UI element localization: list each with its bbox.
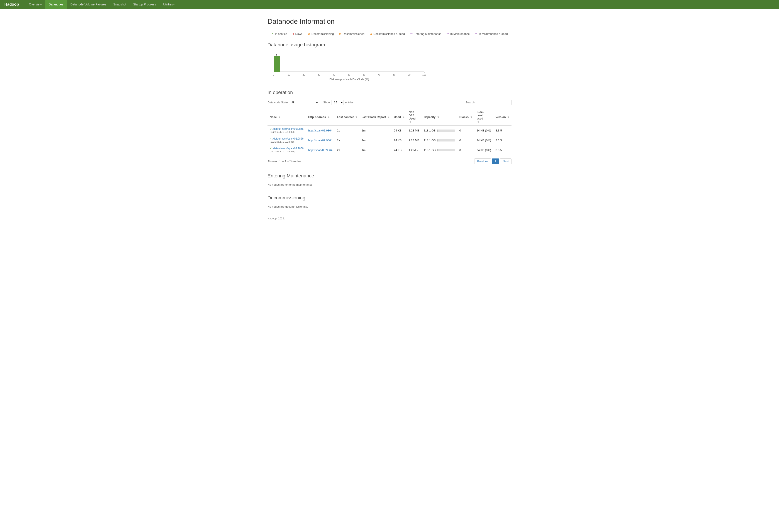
col-non-dfs-used[interactable]: Non DFS Used ⇅ xyxy=(407,109,422,125)
down-icon: ● xyxy=(292,32,294,36)
col-last-contact[interactable]: Last contact ⇅ xyxy=(335,109,359,125)
node-ip-1: (192.168.171.102:9866) xyxy=(270,140,295,143)
last-block-report-cell-2: 1m xyxy=(359,145,392,155)
col-node[interactable]: Node ⇅ xyxy=(267,109,306,125)
block-pool-used-cell-1: 24 KB (0%) xyxy=(474,135,493,145)
decommissioned-dead-icon: ⊘ xyxy=(370,32,372,36)
http-address-link-2[interactable]: http://spark03:9864 xyxy=(308,148,333,152)
node-name-2: /default-rack/spark03:9866 xyxy=(273,147,303,150)
used-sort-icon: ⇅ xyxy=(403,116,404,118)
non-dfs-used-cell-0: 1.23 MB xyxy=(407,125,422,135)
in-service-label: In service xyxy=(275,32,287,36)
search-input[interactable] xyxy=(477,100,512,105)
table-row: ✔ /default-rack/spark02:9866 (192.168.17… xyxy=(267,135,512,145)
used-cell-0: 24 KB xyxy=(392,125,407,135)
status-in-maintenance-dead: ✂ In Maintenance & dead xyxy=(475,32,508,36)
blocks-sort-icon: ⇅ xyxy=(470,116,472,118)
down-label: Down xyxy=(295,32,302,36)
block-pool-used-cell-0: 24 KB (0%) xyxy=(474,125,493,135)
non-dfs-used-cell-2: 1.2 MB xyxy=(407,145,422,155)
node-ip-0: (192.168.171.101:9866) xyxy=(270,131,295,133)
in-maintenance-label: In Maintenance xyxy=(450,32,470,36)
status-in-service: ✔ In service xyxy=(271,32,287,36)
col-used[interactable]: Used ⇅ xyxy=(392,109,407,125)
capacity-cell-2: 118.1 GB xyxy=(422,145,457,155)
version-cell-0: 3.3.5 xyxy=(493,125,512,135)
capacity-bar-container-1 xyxy=(437,139,455,141)
http-address-cell-1: http://spark02:9864 xyxy=(306,135,335,145)
next-button[interactable]: Next xyxy=(500,158,512,164)
previous-button[interactable]: Previous xyxy=(474,158,491,164)
col-block-pool-used[interactable]: Block pool used ⇅ xyxy=(474,109,493,125)
node-status-icon-2: ✔ xyxy=(270,147,272,150)
block-pool-used-cell-2: 24 KB (0%) xyxy=(474,145,493,155)
in-maintenance-dead-label: In Maintenance & dead xyxy=(479,32,508,36)
in-service-icon: ✔ xyxy=(271,32,274,36)
search-label: Search: xyxy=(466,101,475,104)
decommissioned-dead-label: Decommissioned & dead xyxy=(373,32,405,36)
capacity-bar-fill-2 xyxy=(437,149,438,151)
node-name-1: /default-rack/spark02:9866 xyxy=(273,137,303,140)
blocks-cell-0: 0 xyxy=(457,125,474,135)
version-sort-icon: ⇅ xyxy=(507,116,509,118)
svg-text:0: 0 xyxy=(273,73,274,76)
col-capacity[interactable]: Capacity ⇅ xyxy=(422,109,457,125)
col-version[interactable]: Version ⇅ xyxy=(493,109,512,125)
status-decommissioned-dead: ⊘ Decommissioned & dead xyxy=(370,32,405,36)
page-title: Datanode Information xyxy=(267,17,512,25)
nav-datanode-volume-failures[interactable]: Datanode Volume Failures xyxy=(67,0,110,9)
decommissioning-title: Decommissioning xyxy=(267,195,512,201)
non-dfs-used-cell-1: 2.23 MB xyxy=(407,135,422,145)
in-operation-title: In operation xyxy=(267,90,512,95)
showing-text: Showing 1 to 3 of 3 entries xyxy=(267,160,301,163)
http-address-link-1[interactable]: http://spark02:9864 xyxy=(308,139,333,142)
non-dfs-used-header: Non xyxy=(409,110,419,114)
entering-maintenance-text: No nodes are entering maintenance. xyxy=(267,183,512,186)
nav-overview[interactable]: Overview xyxy=(25,0,45,9)
capacity-bar-fill-0 xyxy=(437,130,438,132)
entering-maintenance-icon: ✂ xyxy=(410,32,413,36)
navbar: Hadoop Overview Datanodes Datanode Volum… xyxy=(0,0,779,9)
show-entries-select[interactable]: 10 25 50 100 xyxy=(332,100,344,105)
nav-datanodes[interactable]: Datanodes xyxy=(45,0,67,9)
search-group: Search: xyxy=(466,100,512,105)
node-cell-1: ✔ /default-rack/spark02:9866 (192.168.17… xyxy=(267,135,306,145)
table-row: ✔ /default-rack/spark01:9866 (192.168.17… xyxy=(267,125,512,135)
navbar-brand: Hadoop xyxy=(4,2,19,7)
capacity-bar-fill-1 xyxy=(437,139,438,141)
last-block-report-cell-0: 1m xyxy=(359,125,392,135)
nav-startup-progress[interactable]: Startup Progress xyxy=(130,0,160,9)
datanode-table: Node ⇅ Http Address ⇅ Last contact ⇅ Las… xyxy=(267,109,512,155)
datanode-state-select[interactable]: All In service Decommissioning Decommiss… xyxy=(289,100,319,105)
show-entries-control: Show 10 25 50 100 entries xyxy=(323,100,354,105)
entries-label: entries xyxy=(345,101,354,104)
status-in-maintenance: ✂ In Maintenance xyxy=(446,32,470,36)
in-maintenance-dead-icon: ✂ xyxy=(475,32,478,36)
table-header-row: Node ⇅ Http Address ⇅ Last contact ⇅ Las… xyxy=(267,109,512,125)
nav-snapshot[interactable]: Snapshot xyxy=(110,0,130,9)
nav-utilities[interactable]: Utilities xyxy=(160,0,178,9)
used-cell-1: 24 KB xyxy=(392,135,407,145)
col-http-address[interactable]: Http Address ⇅ xyxy=(306,109,335,125)
histogram-title: Datanode usage histogram xyxy=(267,42,512,48)
col-last-block-report[interactable]: Last Block Report ⇅ xyxy=(359,109,392,125)
blocks-cell-2: 0 xyxy=(457,145,474,155)
node-cell-2: ✔ /default-rack/spark03:9866 (192.168.17… xyxy=(267,145,306,155)
col-blocks[interactable]: Blocks ⇅ xyxy=(457,109,474,125)
node-cell-0: ✔ /default-rack/spark01:9866 (192.168.17… xyxy=(267,125,306,135)
http-address-link-0[interactable]: http://spark01:9864 xyxy=(308,129,333,132)
svg-text:50: 50 xyxy=(348,73,350,76)
entering-maintenance-label: Entering Maintenance xyxy=(414,32,441,36)
entering-maintenance-title: Entering Maintenance xyxy=(267,173,512,179)
node-sort-icon: ⇅ xyxy=(279,116,280,118)
status-legend: ✔ In service ● Down ⊘ Decommissioning ⊘ … xyxy=(267,32,512,36)
capacity-bar-container-0 xyxy=(437,130,455,132)
entering-maintenance-section: Entering Maintenance No nodes are enteri… xyxy=(267,173,512,186)
non-dfs-used-sort-icon: ⇅ xyxy=(410,121,411,123)
status-entering-maintenance: ✂ Entering Maintenance xyxy=(410,32,441,36)
main-content: Datanode Information ✔ In service ● Down… xyxy=(259,9,520,229)
capacity-sort-icon: ⇅ xyxy=(437,116,439,118)
histogram-section: Datanode usage histogram 3 xyxy=(267,42,512,81)
in-operation-section: In operation DataNode State All In servi… xyxy=(267,90,512,164)
page-1-button[interactable]: 1 xyxy=(492,158,499,164)
